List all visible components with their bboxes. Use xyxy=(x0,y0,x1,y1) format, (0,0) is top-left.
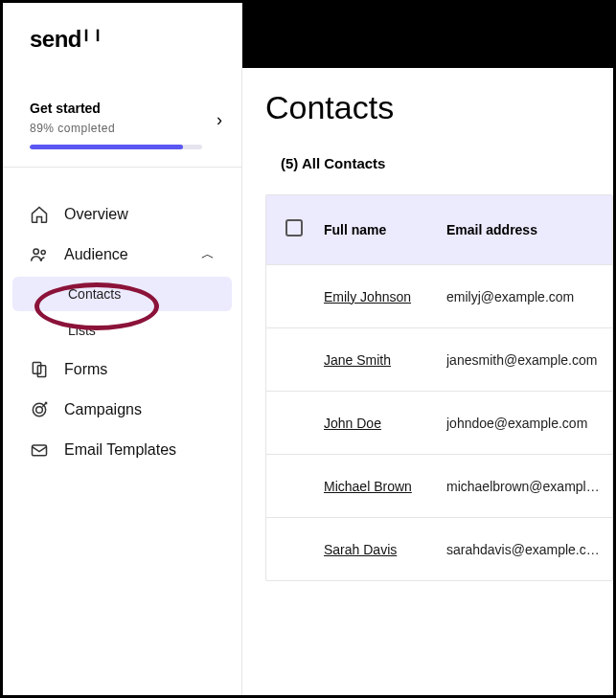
table-row[interactable]: Michael Brown michaelbrown@example.com xyxy=(266,454,612,517)
get-started-title: Get started xyxy=(30,101,215,116)
contact-name-link[interactable]: Sarah Davis xyxy=(324,542,397,557)
svg-point-0 xyxy=(34,249,38,254)
nav-sub-label: Lists xyxy=(68,323,96,338)
svg-rect-3 xyxy=(37,366,45,377)
nav-label: Campaigns xyxy=(64,401,142,418)
svg-rect-6 xyxy=(33,445,47,456)
get-started-progress-label: 89% completed xyxy=(30,122,215,135)
nav-label: Email Templates xyxy=(64,441,176,459)
nav-email-templates[interactable]: Email Templates xyxy=(3,430,241,470)
progress-bar xyxy=(30,145,202,149)
select-all-checkbox[interactable] xyxy=(285,219,324,240)
nav-label: Audience xyxy=(64,246,128,263)
progress-fill xyxy=(30,145,183,149)
sidebar: send❙❙ Get started 89% completed › Overv… xyxy=(3,3,242,695)
nav-audience-lists[interactable]: Lists xyxy=(12,313,232,348)
nav-label: Forms xyxy=(64,361,107,378)
contact-email: johndoe@example.com xyxy=(446,416,612,431)
nav-campaigns[interactable]: Campaigns xyxy=(3,390,241,430)
chevron-up-icon: ︿ xyxy=(201,246,215,263)
home-icon xyxy=(30,205,49,224)
contact-email: sarahdavis@example.com xyxy=(446,542,612,557)
list-summary: (5) All Contacts xyxy=(281,155,613,171)
nav-sub-label: Contacts xyxy=(68,286,121,302)
logo[interactable]: send❙❙ xyxy=(3,3,241,62)
column-header-name[interactable]: Full name xyxy=(324,222,446,237)
main-content: Contacts (5) All Contacts Full name Emai… xyxy=(242,68,613,695)
svg-point-1 xyxy=(41,250,45,254)
table-row[interactable]: Jane Smith janesmith@example.com xyxy=(266,327,612,391)
table-row[interactable]: Sarah Davis sarahdavis@example.com xyxy=(266,517,612,580)
contact-name-link[interactable]: John Doe xyxy=(324,416,381,431)
nav-label: Overview xyxy=(64,206,128,223)
contact-email: emilyj@example.com xyxy=(446,289,612,304)
logo-text: send❙❙ xyxy=(30,26,104,52)
contacts-table: Full name Email address Emily Johnson em… xyxy=(265,194,613,581)
svg-rect-2 xyxy=(33,363,40,374)
contact-email: michaelbrown@example.com xyxy=(446,479,612,494)
chevron-right-icon: › xyxy=(217,110,222,130)
page-title: Contacts xyxy=(265,89,613,126)
mail-icon xyxy=(30,440,49,460)
nav-audience-contacts[interactable]: Contacts xyxy=(12,277,232,311)
forms-icon xyxy=(30,360,49,379)
contact-name-link[interactable]: Michael Brown xyxy=(324,479,412,494)
nav-audience[interactable]: Audience ︿ xyxy=(3,235,241,275)
topbar xyxy=(242,3,613,68)
get-started-card[interactable]: Get started 89% completed › xyxy=(3,62,241,168)
column-header-email[interactable]: Email address xyxy=(446,222,612,237)
table-header: Full name Email address xyxy=(266,195,612,264)
contact-email: janesmith@example.com xyxy=(446,352,612,368)
target-icon xyxy=(30,400,49,419)
table-row[interactable]: Emily Johnson emilyj@example.com xyxy=(266,264,612,327)
nav: Overview Audience ︿ Contacts Lists Forms xyxy=(3,168,241,470)
svg-point-5 xyxy=(36,407,43,414)
people-icon xyxy=(30,245,49,264)
table-row[interactable]: John Doe johndoe@example.com xyxy=(266,391,612,454)
contact-name-link[interactable]: Jane Smith xyxy=(324,352,391,368)
nav-overview[interactable]: Overview xyxy=(3,194,241,235)
nav-forms[interactable]: Forms xyxy=(3,349,241,390)
contact-name-link[interactable]: Emily Johnson xyxy=(324,289,411,304)
